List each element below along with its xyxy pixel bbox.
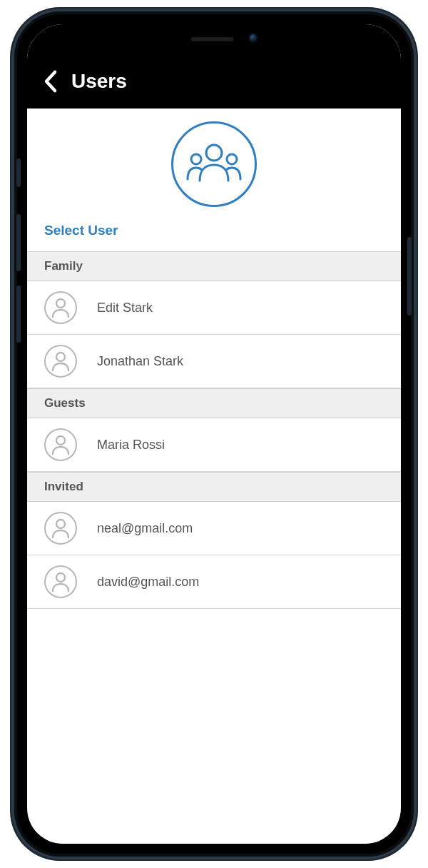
user-row[interactable]: Jonathan Stark	[27, 335, 401, 388]
user-name: Maria Rossi	[97, 438, 165, 453]
user-row[interactable]: neal@gmail.com	[27, 502, 401, 555]
content: Select User Family Edit Stark Jonathan S…	[27, 108, 401, 609]
phone-side-button	[16, 214, 21, 271]
svg-point-3	[56, 299, 65, 308]
user-name: Jonathan Stark	[97, 354, 183, 369]
user-row[interactable]: Maria Rossi	[27, 418, 401, 472]
user-row[interactable]: david@gmail.com	[27, 555, 401, 609]
svg-point-6	[56, 520, 65, 528]
user-row[interactable]: Edit Stark	[27, 281, 401, 335]
user-icon	[44, 565, 77, 598]
user-name: david@gmail.com	[97, 575, 199, 590]
svg-point-1	[191, 154, 201, 164]
select-user-heading: Select User	[27, 211, 401, 251]
svg-point-5	[56, 436, 65, 445]
users-group-icon	[171, 121, 257, 207]
svg-point-4	[56, 353, 65, 361]
user-icon	[44, 345, 77, 378]
svg-point-2	[227, 154, 237, 164]
hero-icon-container	[27, 108, 401, 211]
user-icon	[44, 291, 77, 324]
user-name: neal@gmail.com	[97, 521, 193, 536]
back-button[interactable]	[43, 69, 58, 94]
user-name: Edit Stark	[97, 301, 153, 316]
svg-point-0	[206, 145, 222, 161]
page-title: Users	[71, 70, 127, 93]
svg-point-7	[56, 573, 65, 582]
section-header-guests: Guests	[27, 388, 401, 418]
section-header-family: Family	[27, 251, 401, 281]
phone-side-button	[16, 158, 21, 187]
phone-side-button	[16, 286, 21, 343]
chevron-left-icon	[43, 69, 58, 94]
phone-notch	[130, 24, 298, 51]
screen: Users	[27, 24, 401, 844]
user-icon	[44, 512, 77, 545]
phone-side-button	[407, 237, 412, 316]
section-header-invited: Invited	[27, 472, 401, 502]
phone-frame: Users	[11, 9, 417, 859]
user-icon	[44, 428, 77, 461]
